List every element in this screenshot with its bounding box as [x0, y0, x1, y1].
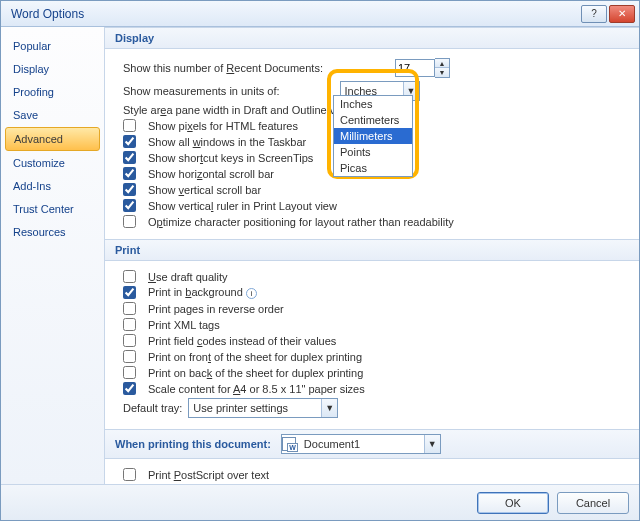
display-check-checkbox-3[interactable] — [123, 167, 136, 180]
print-check-label-5: Print on front of the sheet for duplex p… — [148, 351, 362, 363]
print-check-checkbox-4[interactable] — [123, 334, 136, 347]
display-check-row-4: Show vertical scroll bar — [123, 183, 625, 196]
display-check-label-0: Show pixels for HTML features — [148, 120, 298, 132]
sidebar: Popular Display Proofing Save Advanced C… — [1, 27, 105, 484]
help-button[interactable]: ? — [581, 5, 607, 23]
print-check-row-4: Print field codes instead of their value… — [123, 334, 625, 347]
word-options-window: Word Options ? ✕ Popular Display Proofin… — [0, 0, 640, 521]
close-button[interactable]: ✕ — [609, 5, 635, 23]
print-check-label-2: Print pages in reverse order — [148, 303, 284, 315]
print-check-checkbox-2[interactable] — [123, 302, 136, 315]
print-check-checkbox-0[interactable] — [123, 270, 136, 283]
print-check-checkbox-6[interactable] — [123, 366, 136, 379]
display-check-label-2: Show shortcut keys in ScreenTips — [148, 152, 313, 164]
units-option-picas[interactable]: Picas — [334, 160, 412, 176]
display-check-label-3: Show horizontal scroll bar — [148, 168, 274, 180]
section-display-title: Display — [105, 27, 639, 49]
units-option-inches[interactable]: Inches — [334, 96, 412, 112]
printdoc-check-checkbox-0[interactable] — [123, 468, 136, 481]
display-check-checkbox-2[interactable] — [123, 151, 136, 164]
print-check-checkbox-5[interactable] — [123, 350, 136, 363]
chevron-down-icon: ▼ — [321, 399, 337, 417]
units-label: Show measurements in units of: — [123, 85, 280, 97]
spinner-down-icon: ▼ — [435, 68, 449, 77]
display-check-label-6: Optimize character positioning for layou… — [148, 216, 454, 228]
recent-docs-spinner[interactable]: ▲▼ — [395, 58, 450, 78]
print-check-label-0: Use draft quality — [148, 271, 228, 283]
footer: OK Cancel — [1, 484, 639, 520]
section-print-title: Print — [105, 239, 639, 261]
sidebar-item-proofing[interactable]: Proofing — [5, 81, 100, 103]
print-check-row-6: Print on back of the sheet for duplex pr… — [123, 366, 625, 379]
print-check-checkbox-1[interactable] — [123, 286, 136, 299]
printdoc-check-row-0: Print PostScript over text — [123, 468, 625, 481]
print-check-row-7: Scale content for A4 or 8.5 x 11" paper … — [123, 382, 625, 395]
print-check-label-4: Print field codes instead of their value… — [148, 335, 336, 347]
print-check-label-7: Scale content for A4 or 8.5 x 11" paper … — [148, 383, 365, 395]
recent-docs-row: Show this number of Recent Documents: ▲▼ — [123, 58, 625, 78]
print-check-row-3: Print XML tags — [123, 318, 625, 331]
print-check-row-5: Print on front of the sheet for duplex p… — [123, 350, 625, 363]
style-area-label: Style area pane width in Draft and Outli… — [123, 104, 360, 116]
main-panel: Display Show this number of Recent Docum… — [105, 27, 639, 484]
print-check-label-3: Print XML tags — [148, 319, 220, 331]
print-check-row-2: Print pages in reverse order — [123, 302, 625, 315]
sidebar-item-save[interactable]: Save — [5, 104, 100, 126]
titlebar: Word Options ? ✕ — [1, 1, 639, 27]
display-check-label-4: Show vertical scroll bar — [148, 184, 261, 196]
print-check-checkbox-7[interactable] — [123, 382, 136, 395]
display-check-row-5: Show vertical ruler in Print Layout view — [123, 199, 625, 212]
print-check-row-1: Print in backgroundi — [123, 286, 625, 299]
print-check-label-6: Print on back of the sheet for duplex pr… — [148, 367, 363, 379]
display-check-row-6: Optimize character positioning for layou… — [123, 215, 625, 228]
printdoc-select[interactable]: Document1 ▼ — [281, 434, 441, 454]
units-option-points[interactable]: Points — [334, 144, 412, 160]
sidebar-item-popular[interactable]: Popular — [5, 35, 100, 57]
printdoc-check-label-0: Print PostScript over text — [148, 469, 269, 481]
print-check-label-1: Print in backgroundi — [148, 286, 257, 299]
spinner-up-icon: ▲ — [435, 59, 449, 68]
sidebar-item-trustcenter[interactable]: Trust Center — [5, 198, 100, 220]
display-check-checkbox-4[interactable] — [123, 183, 136, 196]
window-title: Word Options — [11, 7, 579, 21]
default-tray-row: Default tray: Use printer settings ▼ — [123, 398, 625, 418]
cancel-button[interactable]: Cancel — [557, 492, 629, 514]
display-check-checkbox-0[interactable] — [123, 119, 136, 132]
sidebar-item-customize[interactable]: Customize — [5, 152, 100, 174]
default-tray-label: Default tray: — [123, 402, 182, 414]
ok-button[interactable]: OK — [477, 492, 549, 514]
display-check-checkbox-5[interactable] — [123, 199, 136, 212]
document-icon — [282, 437, 296, 451]
units-dropdown-list[interactable]: Inches Centimeters Millimeters Points Pi… — [333, 95, 413, 177]
display-check-label-5: Show vertical ruler in Print Layout view — [148, 200, 337, 212]
recent-docs-label: Show this number of Recent Documents: — [123, 62, 323, 74]
units-option-millimeters[interactable]: Millimeters — [334, 128, 412, 144]
recent-docs-input[interactable] — [395, 59, 435, 77]
sidebar-item-addins[interactable]: Add-Ins — [5, 175, 100, 197]
sidebar-item-advanced[interactable]: Advanced — [5, 127, 100, 151]
chevron-down-icon: ▼ — [424, 435, 440, 453]
default-tray-select[interactable]: Use printer settings ▼ — [188, 398, 338, 418]
display-check-checkbox-6[interactable] — [123, 215, 136, 228]
info-icon[interactable]: i — [246, 288, 257, 299]
print-check-row-0: Use draft quality — [123, 270, 625, 283]
display-check-label-1: Show all windows in the Taskbar — [148, 136, 306, 148]
section-printdoc-title: When printing this document: Document1 ▼ — [105, 429, 639, 459]
print-check-checkbox-3[interactable] — [123, 318, 136, 331]
sidebar-item-resources[interactable]: Resources — [5, 221, 100, 243]
display-check-checkbox-1[interactable] — [123, 135, 136, 148]
sidebar-item-display[interactable]: Display — [5, 58, 100, 80]
units-option-centimeters[interactable]: Centimeters — [334, 112, 412, 128]
